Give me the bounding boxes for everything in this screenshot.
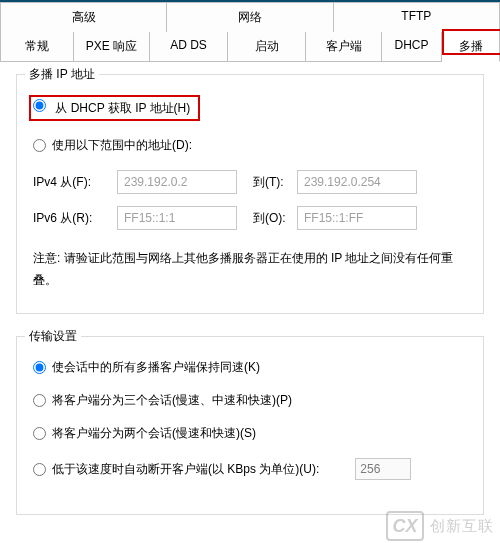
radio-label: 将客户端分为两个会话(慢速和快速)(S) [52,425,256,442]
radio-keep-speed[interactable]: 使会话中的所有多播客户端保持同速(K) [31,355,469,388]
multicast-ip-group: 多播 IP 地址 从 DHCP 获取 IP 地址(H) 使用以下范围中的地址(D… [16,74,484,314]
radio-label: 将客户端分为三个会话(慢速、中速和快速)(P) [52,392,292,409]
note-text: 注意: 请验证此范围与网络上其他多播服务器正在使用的 IP 地址之间没有任何重叠… [31,238,469,291]
tab-client[interactable]: 客户端 [306,32,382,62]
tab-multicast[interactable]: 多播 [442,32,500,62]
tab-adds[interactable]: AD DS [150,32,228,62]
tab-label: 网络 [238,10,262,24]
tab-label: TFTP [401,9,431,23]
tab-row-secondary: 高级 网络 TFTP [0,2,500,32]
tab-dhcp[interactable]: DHCP [382,32,442,62]
radio-disconnect[interactable]: 低于该速度时自动断开客户端(以 KBps 为单位)(U): [31,454,469,492]
ipv4-from-input[interactable] [117,170,237,194]
multicast-panel: 多播 IP 地址 从 DHCP 获取 IP 地址(H) 使用以下范围中的地址(D… [0,61,500,515]
radio-label: 使会话中的所有多播客户端保持同速(K) [52,359,260,376]
tab-row-primary: 常规 PXE 响应 AD DS 启动 客户端 DHCP 多播 [0,32,500,62]
tab-network[interactable]: 网络 [167,2,333,32]
radio-use-range[interactable]: 使用以下范围中的地址(D): [31,133,469,166]
tab-label: DHCP [394,38,428,52]
watermark-text: 创新互联 [430,517,494,536]
radio-three-sessions[interactable]: 将客户端分为三个会话(慢速、中速和快速)(P) [31,388,469,421]
radio-keep-speed-input[interactable] [33,361,46,374]
tab-boot[interactable]: 启动 [228,32,306,62]
radio-label: 使用以下范围中的地址(D): [52,137,192,154]
highlight-annotation: 从 DHCP 获取 IP 地址(H) [29,95,200,121]
watermark: CX 创新互联 [386,511,494,541]
ipv4-to-label: 到(T): [237,174,297,191]
properties-dialog: 高级 网络 TFTP 常规 PXE 响应 AD DS 启动 客户端 DHCP 多… [0,0,500,515]
tab-label: 启动 [255,39,279,53]
tab-label: 客户端 [326,39,362,53]
ipv6-from-input[interactable] [117,206,237,230]
tab-general[interactable]: 常规 [0,32,74,62]
radio-from-dhcp-input[interactable] [33,99,46,112]
group-title: 传输设置 [25,328,81,345]
group-title: 多播 IP 地址 [25,66,99,83]
tab-label: 高级 [72,10,96,24]
radio-two-sessions[interactable]: 将客户端分为两个会话(慢速和快速)(S) [31,421,469,454]
kbps-input[interactable] [355,458,411,480]
tab-label: AD DS [170,38,207,52]
tab-advanced[interactable]: 高级 [0,2,167,32]
ipv6-from-label: IPv6 从(R): [31,210,117,227]
radio-label: 从 DHCP 获取 IP 地址(H) [55,101,190,115]
radio-two-sessions-input[interactable] [33,427,46,440]
radio-from-dhcp[interactable]: 从 DHCP 获取 IP 地址(H) [31,93,469,133]
radio-three-sessions-input[interactable] [33,394,46,407]
radio-label: 低于该速度时自动断开客户端(以 KBps 为单位)(U): [52,461,319,478]
radio-use-range-input[interactable] [33,139,46,152]
ipv4-range-row: IPv4 从(F): 到(T): [31,166,469,202]
radio-disconnect-input[interactable] [33,463,46,476]
transfer-settings-group: 传输设置 使会话中的所有多播客户端保持同速(K) 将客户端分为三个会话(慢速、中… [16,336,484,515]
tab-label: 常规 [25,39,49,53]
ipv6-to-input[interactable] [297,206,417,230]
ipv4-to-input[interactable] [297,170,417,194]
tab-label: PXE 响应 [86,39,137,53]
watermark-logo: CX [386,511,424,541]
ipv6-to-label: 到(O): [237,210,297,227]
tab-label: 多播 [459,39,483,53]
ipv6-range-row: IPv6 从(R): 到(O): [31,202,469,238]
ipv4-from-label: IPv4 从(F): [31,174,117,191]
tab-tftp[interactable]: TFTP [334,2,500,32]
tab-pxe-response[interactable]: PXE 响应 [74,32,150,62]
